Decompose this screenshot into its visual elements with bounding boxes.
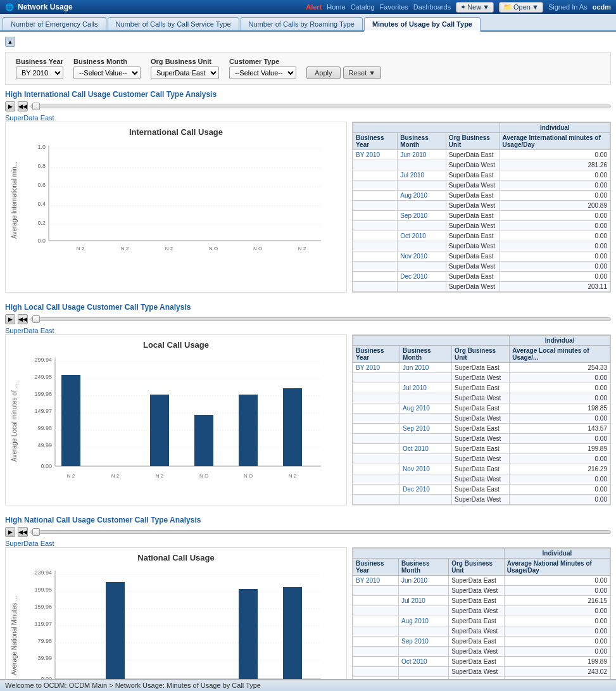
international-chart-svg: 1.0 0.8 0.6 0.4 0.2 0.0 (23, 139, 341, 261)
favorites-link[interactable]: Favorites (380, 3, 408, 11)
username: ocdm (593, 3, 611, 11)
home-link[interactable]: Home (327, 3, 345, 11)
svg-text:N O: N O (209, 246, 218, 251)
national-bar-dec (283, 587, 302, 679)
local-chart-svg: 299.94 249.95 199.96 149.97 99.98 49.99 … (23, 352, 341, 493)
svg-text:39.99: 39.99 (37, 655, 52, 661)
customer-type-select[interactable]: --Select Value-- (229, 67, 296, 79)
national-slider-thumb[interactable] (32, 528, 40, 536)
catalog-link[interactable]: Catalog (351, 3, 375, 11)
international-slider-label: SuperData East (5, 114, 611, 122)
table-row: Oct 2010SuperData East0.00 (353, 231, 610, 241)
local-th-month: Business Month (400, 346, 452, 363)
filter-buttons: Apply Reset ▼ (306, 67, 381, 79)
slider-track[interactable] (30, 105, 611, 108)
alert-badge[interactable]: Alert (306, 3, 322, 11)
local-slider-label: SuperData East (5, 327, 611, 334)
folder-icon: 📁 (503, 3, 512, 11)
svg-text:N 2: N 2 (121, 246, 129, 251)
svg-text:239.94: 239.94 (34, 569, 52, 576)
table-row: SuperData West0.00 (353, 221, 610, 231)
svg-text:N 2: N 2 (156, 473, 164, 479)
table-row: Sep 2010SuperData East0.00 (353, 637, 610, 647)
title-bar-title: Network Usage (18, 3, 73, 11)
collapse-button-top[interactable]: ▲ (5, 37, 15, 47)
org-unit-label: Org Business Unit (151, 58, 219, 65)
international-data-table: Individual Business Year Business Month … (353, 122, 610, 292)
national-data-table: Individual Business Year Business Month … (353, 548, 610, 691)
table-row: Dec 2010SuperData East0.00 (353, 272, 610, 282)
local-section: High Local Call Usage Customer Call Type… (5, 303, 611, 505)
local-section-title: High Local Call Usage Customer Call Type… (5, 303, 611, 312)
local-th-individual: Individual (510, 336, 610, 346)
international-th-month: Business Month (398, 133, 446, 150)
apply-button[interactable]: Apply (306, 67, 341, 79)
local-slider-thumb[interactable] (32, 315, 40, 323)
table-row: BY 2010Jun 2010SuperData East0.00 (353, 576, 610, 586)
international-chart-title: International Call Usage (6, 122, 346, 139)
table-row: Aug 2010SuperData East198.85 (353, 403, 610, 414)
local-section-body: Local Call Usage Average Local minutes o… (5, 334, 611, 505)
filter-group-org: Org Business Unit SuperData East (151, 58, 219, 79)
table-row: SuperData West0.00 (353, 586, 610, 596)
table-row: SuperData West203.11 (353, 282, 610, 292)
table-row: SuperData West0.00 (353, 454, 610, 464)
table-row: SuperData West243.02 (353, 667, 610, 677)
table-row: Nov 2010SuperData East216.29 (353, 464, 610, 474)
local-slider-back-btn[interactable]: ◀◀ (18, 314, 28, 324)
tab-calls-service-type[interactable]: Number of Calls by Call Service Type (108, 17, 239, 30)
local-data-table: Individual Business Year Business Month … (353, 335, 610, 505)
table-row: Sep 2010SuperData East143.57 (353, 424, 610, 434)
national-chart-svg: 239.94 199.95 159.96 119.97 79.98 39.99 … (23, 565, 341, 691)
national-chart-inner: Average National Minutes ... 239.94 199.… (6, 565, 346, 691)
table-row: SuperData West0.00 (353, 262, 610, 272)
table-row: SuperData West0.00 (353, 495, 610, 505)
svg-text:N 2: N 2 (67, 473, 75, 479)
tab-emergency-calls[interactable]: Number of Emergency Calls (3, 17, 106, 30)
local-bar-jun (61, 375, 80, 466)
national-slider-track[interactable] (30, 530, 611, 534)
local-slider-track[interactable] (30, 317, 611, 321)
table-row: SuperData West0.00 (353, 474, 610, 485)
table-row: SuperData West0.00 (353, 241, 610, 251)
international-chart-inner: Average International min... 1.0 0.8 0.6… (6, 139, 346, 266)
svg-text:0.6: 0.6 (37, 182, 46, 188)
svg-text:0.2: 0.2 (37, 220, 46, 226)
local-chart-inner: Average Local minutes of ... 299.94 249.… (6, 352, 346, 498)
org-unit-select[interactable]: SuperData East (151, 67, 219, 79)
national-slider-back-btn[interactable]: ◀◀ (18, 527, 28, 537)
international-th-individual: Individual (500, 123, 610, 133)
svg-text:N O: N O (244, 473, 253, 479)
table-row: SuperData West0.00 (353, 434, 610, 444)
national-slider-play-btn[interactable]: ▶ (5, 527, 15, 537)
table-row: Aug 2010SuperData East0.00 (353, 191, 610, 201)
slider-thumb[interactable] (32, 103, 40, 110)
local-bar-aug (150, 395, 169, 466)
new-btn[interactable]: ✦ New▼ (456, 2, 494, 13)
svg-text:79.98: 79.98 (37, 638, 52, 644)
title-bar-right: Alert Home Catalog Favorites Dashboards … (306, 2, 611, 13)
table-row: Aug 2010SuperData East0.00 (353, 616, 610, 626)
svg-text:99.98: 99.98 (37, 425, 52, 431)
slider-back-btn[interactable]: ◀◀ (18, 101, 28, 111)
business-month-select[interactable]: --Select Value-- (73, 67, 141, 79)
international-section-body: International Call Usage Average Interna… (5, 122, 611, 293)
tab-calls-roaming-type[interactable]: Number of Calls by Roaming Type (241, 17, 363, 30)
national-table: Individual Business Year Business Month … (352, 547, 611, 691)
tab-minutes-usage[interactable]: Minutes of Usage by Call Type (364, 17, 481, 32)
national-slider-control: ▶ ◀◀ (5, 527, 611, 537)
reset-button[interactable]: Reset ▼ (343, 67, 382, 79)
svg-text:149.97: 149.97 (34, 408, 52, 414)
business-year-select[interactable]: BY 2010 (16, 67, 63, 79)
local-bar-nov (283, 388, 302, 466)
table-row: Dec 2010SuperData East0.00 (353, 485, 610, 495)
svg-text:49.99: 49.99 (37, 442, 52, 448)
dashboards-link[interactable]: Dashboards (413, 3, 451, 11)
national-chart-title: National Call Usage (6, 548, 346, 565)
local-slider-play-btn[interactable]: ▶ (5, 314, 15, 324)
local-bar-sep (194, 415, 213, 466)
slider-play-btn[interactable]: ▶ (5, 101, 15, 111)
open-btn[interactable]: 📁 Open▼ (499, 2, 543, 13)
international-slider-control: ▶ ◀◀ (5, 101, 611, 111)
national-chart: National Call Usage Average National Min… (5, 547, 347, 691)
